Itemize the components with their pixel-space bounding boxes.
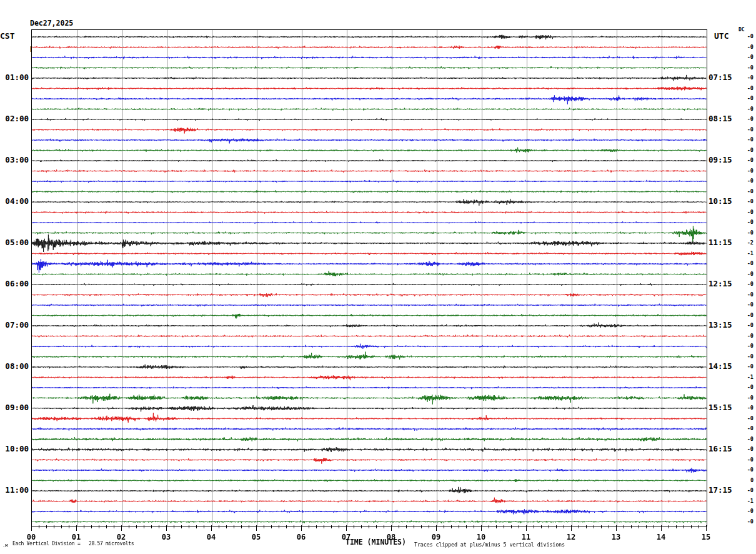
dc-offset-value: -0 — [740, 518, 754, 525]
minor-tick — [684, 525, 684, 528]
major-tick — [211, 525, 212, 531]
minor-tick — [444, 525, 444, 528]
minor-tick — [234, 525, 234, 528]
cst-hour-label: 06:00 — [1, 280, 29, 288]
minor-tick — [159, 525, 159, 528]
dc-offset-value: -0 — [740, 106, 754, 112]
minor-tick — [646, 525, 647, 528]
minor-tick — [99, 525, 99, 528]
trace-canvas — [32, 30, 707, 526]
minor-tick — [136, 525, 137, 528]
cst-hour-label: 05:00 — [1, 238, 29, 247]
dc-offset-value: -0 — [740, 353, 754, 360]
minor-tick — [196, 525, 197, 528]
major-tick — [301, 525, 302, 531]
vertical-division-note: Each Vertical Division = 28.57 microvolt… — [12, 541, 134, 546]
dc-offset-value: -0 — [740, 136, 754, 143]
utc-hour-label: 08:15 — [709, 114, 739, 123]
dc-offset-value: -0 — [740, 281, 754, 287]
dc-offset-value: -0 — [740, 301, 754, 308]
corner-watermark: .M — [2, 543, 7, 548]
cst-hour-label: 10:00 — [1, 445, 29, 453]
dc-offset-value: -0 — [740, 260, 754, 266]
dc-offset-value: -1 — [740, 374, 754, 380]
minute-label: 12 — [562, 533, 580, 541]
minute-label: 15 — [697, 533, 715, 541]
dc-offset-value: -0 — [740, 395, 754, 401]
minor-tick — [241, 525, 242, 528]
right-timezone-label: UTC — [714, 31, 729, 41]
minor-tick — [489, 525, 489, 528]
minor-tick — [354, 525, 354, 528]
dc-offset-value: -0 — [740, 168, 754, 174]
major-tick — [481, 525, 482, 531]
minor-tick — [174, 525, 174, 528]
minor-tick — [271, 525, 272, 528]
minute-label: 13 — [607, 533, 625, 541]
minor-tick — [316, 525, 317, 528]
minor-tick — [601, 525, 602, 528]
minor-tick — [84, 525, 84, 528]
dc-offset-value: -0 — [740, 415, 754, 421]
cst-hour-label: 07:00 — [1, 321, 29, 330]
minor-tick — [324, 525, 324, 528]
dc-offset-value: -1 — [740, 498, 754, 504]
major-tick — [121, 525, 122, 531]
dc-offset-value: -0 — [740, 333, 754, 339]
dc-offset-value: -0 — [740, 363, 754, 370]
minor-tick — [564, 525, 564, 528]
dc-offset-value: -0 — [740, 74, 754, 81]
dc-offset-value: -0 — [740, 157, 754, 163]
dc-offset-value: -1 — [740, 250, 754, 256]
major-tick — [166, 525, 167, 531]
major-tick — [526, 525, 527, 531]
minute-label: 05 — [247, 533, 266, 541]
utc-hour-label: 15:15 — [709, 403, 739, 412]
major-tick — [436, 525, 437, 531]
minor-tick — [144, 525, 144, 528]
dc-offset-value: -0 — [740, 188, 754, 194]
seismogram-plot — [31, 29, 707, 526]
minor-tick — [691, 525, 692, 528]
dc-offset-value: -0 — [740, 291, 754, 298]
minor-tick — [414, 525, 414, 528]
minor-tick — [511, 525, 512, 528]
minor-tick — [249, 525, 249, 528]
dc-offset-value: -0 — [740, 147, 754, 153]
dc-offset-value: -0 — [740, 343, 754, 349]
dc-offset-value: -0 — [740, 85, 754, 91]
minor-tick — [639, 525, 639, 528]
left-timezone-label: CST — [0, 31, 14, 41]
clip-note: Traces clipped at plus/minus 5 vertical … — [414, 541, 565, 548]
major-tick — [616, 525, 617, 531]
minor-tick — [549, 525, 549, 528]
dc-offset-value: -0 — [740, 508, 754, 514]
minor-tick — [594, 525, 594, 528]
utc-hour-label: 11:15 — [709, 238, 739, 247]
dc-offset-value: -0 — [740, 116, 754, 122]
minor-tick — [279, 525, 279, 528]
minute-label: 06 — [292, 533, 311, 541]
minor-tick — [556, 525, 557, 528]
cst-hour-label: 02:00 — [1, 114, 29, 123]
minor-tick — [504, 525, 504, 528]
dc-offset-value: -0 — [740, 384, 754, 390]
major-tick — [256, 525, 257, 531]
minor-tick — [609, 525, 609, 528]
minor-tick — [586, 525, 587, 528]
minor-tick — [54, 525, 54, 528]
dc-offset-value: -0 — [740, 33, 754, 39]
minor-tick — [519, 525, 519, 528]
cst-hour-label: 03:00 — [1, 156, 29, 164]
minor-tick — [579, 525, 579, 528]
utc-hour-label: 13:15 — [709, 321, 739, 330]
major-tick — [391, 525, 392, 531]
minor-tick — [534, 525, 534, 528]
minor-tick — [361, 525, 362, 528]
cst-hour-label: 08:00 — [1, 362, 29, 371]
minor-tick — [624, 525, 624, 528]
minor-tick — [421, 525, 422, 528]
dc-offset-value: -0 — [740, 44, 754, 50]
utc-hour-label: 16:15 — [709, 445, 739, 453]
minute-label: 14 — [652, 533, 670, 541]
